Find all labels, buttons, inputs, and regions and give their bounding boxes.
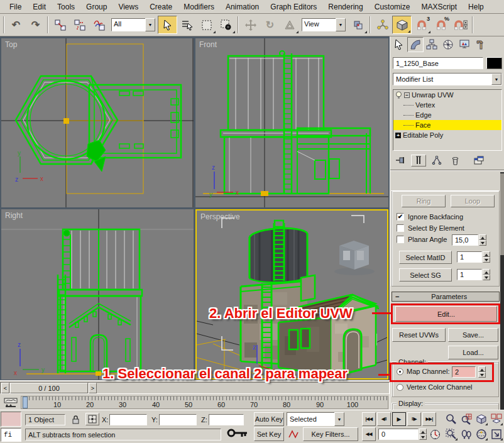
matid-field[interactable]: 1 — [457, 251, 482, 263]
stack-subobject-vertex[interactable]: Vertex — [393, 100, 501, 110]
hierarchy-tab[interactable] — [424, 37, 440, 52]
window-crossing-toggle-button[interactable] — [216, 16, 236, 34]
select-sg-button[interactable]: Select SG — [399, 268, 452, 282]
viewport-perspective-label[interactable]: Perspective — [200, 212, 240, 221]
select-and-move-button[interactable] — [241, 16, 260, 34]
viewport-top[interactable]: Top y z — [1, 38, 194, 207]
spinner-snap-toggle-button[interactable] — [451, 16, 470, 34]
sg-spinner[interactable] — [483, 269, 490, 280]
absolute-mode-transform-toggle[interactable] — [85, 413, 99, 425]
viewport-top-label[interactable]: Top — [5, 40, 17, 49]
maximize-viewport-toggle-button[interactable] — [489, 427, 503, 441]
auto-key-button[interactable]: Auto Key — [254, 412, 284, 426]
next-frame-button[interactable]: ‖▶ — [407, 412, 421, 426]
select-by-name-button[interactable] — [177, 16, 197, 34]
select-and-link-button[interactable] — [50, 16, 70, 34]
menu-edit[interactable]: Edit — [27, 1, 52, 13]
menu-create[interactable]: Create — [144, 1, 178, 13]
create-tab[interactable] — [391, 37, 407, 52]
selection-filter-dropdown[interactable]: All ▼ — [111, 18, 155, 31]
motion-tab[interactable] — [440, 37, 456, 52]
map-channel-radio[interactable] — [397, 368, 403, 375]
key-mode-toggle-button[interactable]: ◀◀ — [362, 427, 376, 441]
viewport-perspective[interactable]: Perspective — [195, 209, 388, 380]
redo-button[interactable]: ↷ — [26, 16, 45, 34]
menu-tools[interactable]: Tools — [52, 1, 80, 13]
angle-snap-toggle-button[interactable]: 3 — [412, 16, 431, 34]
show-end-result-button[interactable] — [411, 155, 426, 167]
zoom-button[interactable] — [444, 412, 458, 426]
collapse-icon[interactable]: − — [404, 92, 410, 98]
menu-file[interactable]: File — [4, 1, 27, 13]
make-unique-button[interactable] — [429, 155, 444, 167]
planar-angle-checkbox[interactable] — [397, 236, 404, 243]
viewport-right-label[interactable]: Right — [5, 211, 23, 220]
key-mode-dropdown[interactable]: Selected ▼ — [287, 412, 344, 426]
stack-subobject-face-selected[interactable]: Face — [393, 120, 501, 130]
key-filters-button[interactable]: Key Filters... — [303, 427, 358, 441]
menu-maxscript[interactable]: MAXScript — [415, 1, 463, 13]
previous-frame-arrow-button[interactable]: < — [1, 383, 9, 393]
dropdown-arrow-icon[interactable]: ▼ — [334, 412, 344, 426]
dropdown-arrow-icon[interactable]: ▼ — [145, 18, 155, 31]
bind-to-space-warp-button[interactable] — [89, 16, 109, 34]
object-name-field[interactable]: 1_1250_Base — [393, 57, 483, 69]
map-channel-spinner[interactable] — [478, 366, 486, 378]
select-object-button[interactable] — [158, 16, 177, 34]
planar-angle-spinner[interactable] — [479, 234, 486, 246]
use-pivot-point-center-button[interactable] — [348, 16, 368, 34]
menu-graph-editors[interactable]: Graph Editors — [265, 1, 322, 13]
snaps-toggle-button[interactable] — [392, 16, 412, 34]
panel-scrollbar-thumb[interactable] — [500, 173, 504, 255]
object-color-swatch[interactable] — [486, 57, 502, 69]
current-frame-spinner[interactable] — [419, 429, 427, 440]
stack-subobject-edge[interactable]: Edge — [393, 110, 501, 120]
open-mini-curve-editor-button[interactable] — [2, 397, 19, 408]
pin-stack-button[interactable] — [393, 155, 408, 167]
menu-help[interactable]: Help — [463, 1, 490, 13]
matid-spinner[interactable] — [483, 251, 490, 263]
arc-rotate-button[interactable] — [474, 427, 488, 441]
ignore-backfacing-checkbox[interactable] — [397, 213, 404, 221]
region-zoom-button[interactable] — [444, 427, 458, 441]
planar-angle-field[interactable]: 15,0 — [452, 234, 478, 246]
select-and-manipulate-button[interactable] — [373, 16, 392, 34]
go-to-end-button[interactable]: ▶▶| — [422, 412, 436, 426]
time-configuration-button[interactable] — [428, 427, 442, 441]
maxscript-mini-listener-white[interactable]: fi — [1, 428, 21, 442]
select-and-rotate-button[interactable]: ↻ — [260, 16, 280, 34]
remove-modifier-button[interactable] — [447, 155, 463, 167]
play-animation-button[interactable]: ▶ — [392, 412, 406, 426]
menu-customize[interactable]: Customize — [369, 1, 416, 13]
select-and-scale-button[interactable] — [280, 16, 299, 34]
track-bar-ruler[interactable]: 0 10 20 30 40 50 60 70 80 90 100 — [21, 396, 388, 409]
menu-views[interactable]: Views — [112, 1, 144, 13]
panel-scrollbar[interactable] — [500, 172, 504, 410]
dropdown-arrow-icon[interactable]: ▼ — [491, 74, 501, 85]
go-to-start-button[interactable]: |◀◀ — [362, 412, 376, 426]
maxscript-mini-listener-pink[interactable] — [1, 412, 21, 427]
display-tab[interactable] — [456, 37, 473, 52]
utilities-tab[interactable] — [473, 37, 489, 52]
select-matid-button[interactable]: Select MatID — [399, 251, 452, 264]
pan-view-button[interactable] — [459, 427, 473, 441]
menu-group[interactable]: Group — [80, 1, 112, 13]
reference-coordinate-system-dropdown[interactable]: View ▼ — [302, 18, 346, 31]
zoom-all-button[interactable] — [459, 412, 473, 426]
modifier-list-dropdown[interactable]: Modifier List ▼ — [393, 73, 502, 85]
save-uvws-button[interactable]: Save... — [448, 328, 498, 342]
viewport-right[interactable]: Right — [1, 209, 194, 380]
loop-button[interactable]: Loop — [451, 195, 495, 207]
x-coordinate-field[interactable] — [109, 414, 147, 425]
next-frame-arrow-button[interactable]: > — [89, 383, 97, 393]
percent-snap-toggle-button[interactable]: % — [431, 16, 451, 34]
viewport-front[interactable]: Front z y x — [195, 38, 388, 207]
z-coordinate-field[interactable] — [209, 414, 244, 425]
undo-button[interactable]: ↶ — [6, 16, 26, 34]
previous-frame-button[interactable]: ◀‖ — [377, 412, 391, 426]
set-key-button[interactable]: Set Key — [254, 427, 284, 441]
modify-tab[interactable] — [407, 37, 424, 52]
rectangular-selection-region-button[interactable] — [197, 16, 216, 34]
vertex-color-channel-radio[interactable] — [397, 384, 403, 391]
menu-animation[interactable]: Animation — [220, 1, 265, 13]
